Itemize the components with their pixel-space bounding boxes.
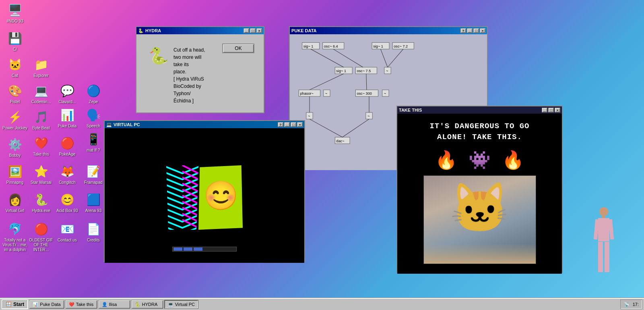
hydra-icon: 🐍 bbox=[138, 28, 144, 33]
icon-ndo93[interactable]: 🖥️ #NDO 93 bbox=[2, 2, 28, 24]
hydra-minimize[interactable]: _ bbox=[244, 28, 249, 33]
virtual-minimize[interactable]: _ bbox=[284, 122, 290, 127]
icon-takethis-label: Take this bbox=[33, 152, 49, 157]
stripes-svg bbox=[166, 165, 198, 230]
taskbar-puke-label: Puke Data bbox=[40, 302, 60, 307]
fire-icon-left: 🔥 bbox=[435, 150, 457, 171]
icon-explorer[interactable]: 📁 Explorer bbox=[28, 56, 54, 78]
icon-credits[interactable]: 📄 Credits bbox=[80, 221, 106, 243]
hydra-title: HYDRA bbox=[145, 28, 161, 33]
icon-pistel[interactable]: 🎨 Pistel bbox=[2, 83, 28, 104]
icon-arena93[interactable]: 🟦 Arena 93 bbox=[80, 191, 106, 213]
cat-image: 🐱 bbox=[423, 175, 536, 264]
taskbar-ilisa[interactable]: 👤 Ilisa bbox=[98, 300, 130, 309]
icon-codemin[interactable]: 💻 Codemin... bbox=[28, 83, 54, 104]
icon-hydraexe[interactable]: 🐍 Hydra.exe bbox=[28, 191, 54, 213]
icon-whatif-label: mat If ? bbox=[87, 148, 100, 153]
taskbar-take-this[interactable]: ❤️ Take this bbox=[65, 300, 97, 309]
virtual-maximize[interactable]: □ bbox=[291, 122, 296, 127]
loading-bar bbox=[172, 247, 237, 252]
puke-minimize[interactable]: _ bbox=[467, 28, 473, 33]
taskbar-virtual-pc[interactable]: 💻 Virtual PC bbox=[164, 300, 198, 309]
start-label: Start bbox=[13, 302, 24, 307]
puke-help[interactable]: ? bbox=[460, 28, 466, 33]
icon-powerjockey[interactable]: ⚡ Power Jockey bbox=[2, 109, 28, 131]
take-minimize[interactable]: _ bbox=[542, 108, 547, 112]
hydra-titlebar[interactable]: 🐍 HYDRA _ □ × bbox=[136, 27, 264, 34]
puke-data-titlebar[interactable]: PUKE DATA ? _ □ × bbox=[290, 27, 487, 34]
icon-pinnapng[interactable]: 🖼️ Pinnapng bbox=[2, 163, 28, 185]
icon-powerjockey-label: Power Jockey bbox=[2, 126, 27, 131]
vaporwave-graphic: 😊 bbox=[166, 165, 243, 230]
svg-line-28 bbox=[311, 49, 344, 67]
taskbar-hydra[interactable]: 🐍 HYDRA bbox=[131, 300, 163, 309]
icon-virtualgirl-label: Virtual Girl bbox=[6, 208, 25, 213]
icon-zepe-label: Zepe bbox=[89, 100, 98, 104]
taskbar-take-icon: ❤️ bbox=[69, 302, 74, 307]
figure-legs bbox=[598, 242, 609, 272]
svg-line-30 bbox=[381, 49, 388, 67]
take-this-window: TAKE THIS _ □ × IT'S DANGEROUS TO GOALON… bbox=[396, 106, 563, 273]
loading-seg-2 bbox=[184, 248, 192, 251]
hydra-maximize[interactable]: □ bbox=[250, 28, 256, 33]
icon-virtualgirl[interactable]: 👩 Virtual Girl bbox=[2, 191, 28, 213]
taskbar-hydra-label: HYDRA bbox=[142, 302, 158, 307]
icon-bytebeat[interactable]: 🎵 Byte Beat bbox=[28, 109, 54, 131]
icon-starwarsai[interactable]: ⭐ Star Warsai bbox=[28, 163, 54, 185]
windows-logo-icon: 🪟 bbox=[6, 302, 12, 307]
icon-pistel-label: Pistel bbox=[10, 100, 20, 104]
puke-close[interactable]: × bbox=[480, 28, 485, 33]
icon-contactus[interactable]: 📧 Contact us bbox=[54, 221, 80, 243]
icon-zepe[interactable]: 🔵 Zepe bbox=[80, 83, 106, 104]
icon-conglitch[interactable]: 🦊 Conglitch bbox=[54, 163, 80, 185]
icon-oldestgif[interactable]: 🔴 OLDEST GIF OF THE INTER... bbox=[28, 221, 54, 252]
icon-takethis[interactable]: ❤️ Take this bbox=[28, 135, 54, 157]
start-button[interactable]: 🪟 Start bbox=[2, 300, 28, 309]
taskbar-puke-icon: 📊 bbox=[33, 302, 38, 307]
svg-line-33 bbox=[366, 74, 367, 90]
hydra-close[interactable]: × bbox=[256, 28, 262, 33]
take-close[interactable]: × bbox=[555, 108, 560, 112]
icon-pukedata-label: Puke Data bbox=[58, 124, 77, 129]
svg-line-29 bbox=[333, 49, 363, 67]
take-maximize[interactable]: □ bbox=[548, 108, 554, 112]
figure-head bbox=[599, 207, 608, 216]
icon-bobby-label: Bobby bbox=[9, 153, 21, 158]
smiley-face: 😊 bbox=[198, 165, 243, 230]
hydra-ok-button[interactable]: OK bbox=[222, 44, 254, 53]
puke-maximize[interactable]: □ bbox=[473, 28, 479, 33]
virtual-pc-content: 😊 bbox=[105, 128, 304, 263]
icon-totally[interactable]: 🐬 Totally not a Virus.Tr... me, im a dol… bbox=[2, 221, 28, 252]
svg-text:osc~ 6.4: osc~ 6.4 bbox=[324, 44, 338, 48]
virtual-pc-titlebar[interactable]: 💻 VIRTUAL PC ? _ □ × bbox=[105, 121, 304, 128]
icon-whatif[interactable]: 📱 mat If ? bbox=[80, 131, 106, 153]
svg-line-36 bbox=[310, 119, 343, 137]
virtual-close[interactable]: × bbox=[297, 122, 303, 127]
taskbar-puke-data[interactable]: 📊 Puke Data bbox=[29, 300, 64, 309]
icon-acidbox93[interactable]: 😊 Acid Box 93 bbox=[54, 191, 80, 213]
svg-text:osc~ 7.5: osc~ 7.5 bbox=[357, 69, 371, 73]
icon-bytebeat-label: Byte Beat bbox=[32, 126, 50, 131]
figure-leg-left bbox=[598, 242, 603, 272]
taskbar-system-tray: 📡 17: bbox=[620, 300, 642, 309]
take-this-titlebar[interactable]: TAKE THIS _ □ × bbox=[397, 106, 562, 114]
icon-contactus-label: Contact us bbox=[58, 238, 77, 243]
icon-cf[interactable]: 💾 C/ bbox=[2, 30, 28, 52]
icon-framapad-label: Framapad bbox=[84, 180, 103, 185]
stripe-group-1 bbox=[166, 165, 198, 230]
taskbar-clock: 17: bbox=[633, 302, 639, 307]
icon-cat[interactable]: 🐱 Cat bbox=[2, 56, 28, 78]
icon-speech[interactable]: 🗣️ Speech bbox=[80, 107, 106, 129]
icon-pukedata[interactable]: 📊 Puke Data bbox=[54, 107, 80, 129]
icon-bobby[interactable]: ⚙️ Bobby bbox=[2, 136, 28, 158]
icon-clavard[interactable]: 💬 Clavard... bbox=[54, 83, 80, 104]
take-title-text: TAKE THIS bbox=[399, 108, 422, 112]
icon-framapad[interactable]: 📝 Framapad bbox=[80, 163, 106, 185]
icon-codemin-label: Codemin... bbox=[31, 100, 51, 104]
virtual-help[interactable]: ? bbox=[278, 122, 283, 127]
figure-body bbox=[598, 218, 609, 241]
hydra-dialog-text: Cut off a head, two more will take its p… bbox=[173, 46, 208, 104]
icon-cf-label: C/ bbox=[13, 47, 17, 52]
icon-pokeage[interactable]: 🔴 PokéAge bbox=[54, 135, 80, 157]
svg-text:~: ~ bbox=[386, 69, 388, 73]
